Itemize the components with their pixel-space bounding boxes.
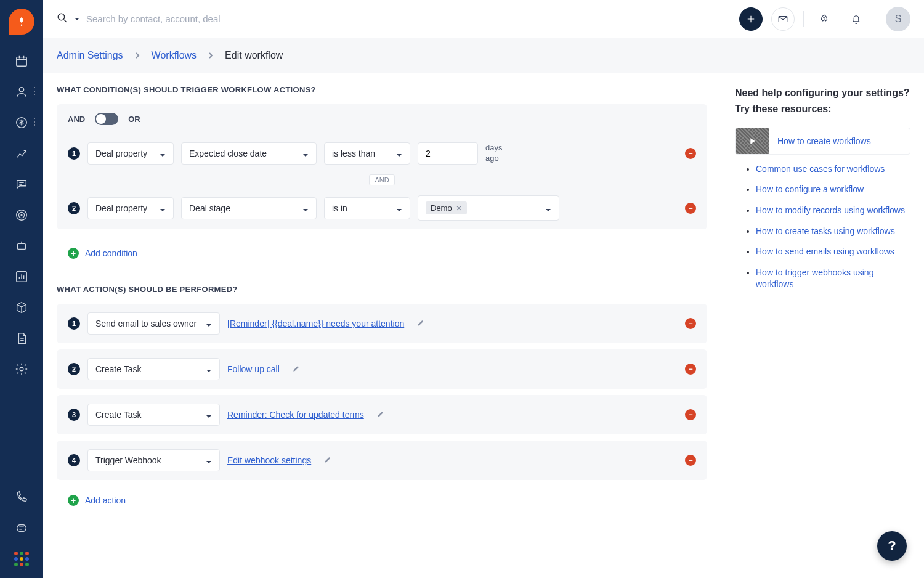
svg-point-13 <box>824 17 825 18</box>
row-number: 2 <box>68 202 80 214</box>
svg-rect-7 <box>18 243 26 249</box>
pencil-icon[interactable] <box>292 364 301 375</box>
search-icon[interactable] <box>57 12 68 25</box>
breadcrumb: Admin Settings Workflows Edit workflow <box>43 38 924 73</box>
action-row: 1 Send email to sales owner [Reminder] {… <box>57 304 707 343</box>
avatar[interactable]: S <box>886 7 910 31</box>
pencil-icon[interactable] <box>376 410 385 420</box>
field-type-select[interactable]: Deal property <box>87 142 174 165</box>
add-action-link[interactable]: Add action <box>85 495 126 505</box>
more-icon[interactable]: ⋮ <box>30 116 39 128</box>
delete-row-button[interactable]: − <box>685 409 696 420</box>
analytics-icon[interactable] <box>14 269 30 285</box>
search-scope-caret[interactable] <box>74 14 80 24</box>
add-condition-link[interactable]: Add condition <box>85 248 137 258</box>
action-type-select[interactable]: Create Task <box>87 404 220 426</box>
action-row: 3 Create Task Reminder: Check for update… <box>57 395 707 434</box>
multi-value-select[interactable]: Demo✕ <box>418 195 559 221</box>
svg-point-6 <box>21 214 22 216</box>
more-icon[interactable]: ⋮ <box>30 85 39 97</box>
operator-select[interactable]: is less than <box>324 142 410 165</box>
svg-point-5 <box>18 212 24 218</box>
actions-heading: WHAT ACTION(S) SHOULD BE PERFORMED? <box>57 285 707 294</box>
value-chip: Demo✕ <box>426 201 467 214</box>
help-link[interactable]: How to trigger webhooks using workflows <box>756 267 873 290</box>
and-label: AND <box>68 115 85 124</box>
breadcrumb-admin[interactable]: Admin Settings <box>57 50 123 61</box>
delete-row-button[interactable]: − <box>685 318 696 329</box>
notifications-icon[interactable] <box>845 7 868 31</box>
action-type-select[interactable]: Create Task <box>87 358 220 380</box>
help-title: Need help configuring your settings? <box>735 86 910 100</box>
condition-row: 1 Deal property Expected close date is l… <box>57 134 707 173</box>
help-fab[interactable]: ? <box>877 531 907 561</box>
top-bar: S <box>43 0 924 38</box>
svg-point-0 <box>21 25 23 26</box>
action-type-select[interactable]: Trigger Webhook <box>87 449 220 471</box>
action-row: 4 Trigger Webhook Edit webhook settings … <box>57 441 707 480</box>
products-icon[interactable] <box>14 299 30 315</box>
value-input[interactable] <box>418 142 478 165</box>
conditions-heading: WHAT CONDITION(S) SHOULD TRIGGER WORKFLO… <box>57 85 707 94</box>
action-row: 2 Create Task Follow up call − <box>57 349 707 389</box>
delete-row-button[interactable]: − <box>685 364 696 375</box>
action-detail-link[interactable]: Follow up call <box>227 364 280 374</box>
svg-rect-12 <box>779 16 787 22</box>
search-input[interactable] <box>86 14 283 24</box>
plus-icon: + <box>68 495 79 506</box>
delete-row-button[interactable]: − <box>685 455 696 466</box>
email-icon[interactable] <box>771 7 795 31</box>
breadcrumb-workflows[interactable]: Workflows <box>152 50 197 61</box>
and-or-toggle[interactable] <box>95 113 118 125</box>
help-link[interactable]: How to send emails using workflows <box>756 246 894 256</box>
brand-logo[interactable] <box>9 9 34 35</box>
or-label: OR <box>128 115 140 124</box>
conversations-icon[interactable] <box>14 176 30 192</box>
help-video-link[interactable]: How to create workflows <box>735 128 910 155</box>
action-detail-link[interactable]: Edit webhook settings <box>227 455 311 465</box>
condition-join: AND <box>369 174 394 185</box>
help-panel: Need help configuring your settings? Try… <box>721 73 924 578</box>
action-detail-link[interactable]: [Reminder] {{deal.name}} needs your atte… <box>227 319 404 328</box>
documents-icon[interactable] <box>14 330 30 346</box>
action-type-select[interactable]: Send email to sales owner <box>87 312 220 335</box>
operator-select[interactable]: is in <box>324 197 410 219</box>
settings-icon[interactable] <box>14 361 30 377</box>
help-subtitle: Try these resources: <box>735 102 910 116</box>
help-link[interactable]: How to configure a workflow <box>756 184 864 194</box>
svg-point-9 <box>20 367 23 371</box>
reports-icon[interactable] <box>14 145 30 161</box>
goals-icon[interactable] <box>14 207 30 223</box>
phone-icon[interactable] <box>14 489 30 505</box>
field-type-select[interactable]: Deal property <box>87 197 174 219</box>
pencil-icon[interactable] <box>416 319 425 329</box>
field-select[interactable]: Expected close date <box>181 142 317 165</box>
action-detail-link[interactable]: Reminder: Check for updated terms <box>227 410 364 420</box>
row-number: 4 <box>68 454 80 466</box>
chip-remove-icon[interactable]: ✕ <box>456 204 462 213</box>
plus-icon: + <box>68 248 79 259</box>
rocket-icon[interactable] <box>813 7 836 31</box>
help-link[interactable]: How to modify records using workflows <box>756 205 905 215</box>
apps-grid-icon[interactable] <box>14 551 30 567</box>
pencil-icon[interactable] <box>323 455 332 466</box>
delete-row-button[interactable]: − <box>685 148 696 159</box>
value-suffix: days ago <box>485 143 510 164</box>
threads-icon[interactable] <box>14 520 30 536</box>
add-button[interactable] <box>739 7 763 31</box>
help-link[interactable]: Common use cases for workflows <box>756 164 885 174</box>
breadcrumb-current: Edit workflow <box>225 50 283 61</box>
condition-row: 2 Deal property Deal stage is in Demo✕ − <box>57 187 707 229</box>
deals-icon[interactable]: ⋮ <box>14 115 30 131</box>
help-video-label[interactable]: How to create workflows <box>777 136 871 146</box>
help-link[interactable]: How to create tasks using workflows <box>756 226 895 236</box>
left-nav: ⋮ ⋮ <box>0 0 43 578</box>
contacts-icon[interactable]: ⋮ <box>14 84 30 100</box>
delete-row-button[interactable]: − <box>685 203 696 214</box>
svg-point-11 <box>58 14 65 20</box>
field-select[interactable]: Deal stage <box>181 197 317 219</box>
svg-rect-1 <box>17 57 27 67</box>
conditions-card: AND OR 1 Deal property Expected close da… <box>57 104 707 229</box>
bot-icon[interactable] <box>14 238 30 254</box>
calendar-icon[interactable] <box>14 53 30 69</box>
